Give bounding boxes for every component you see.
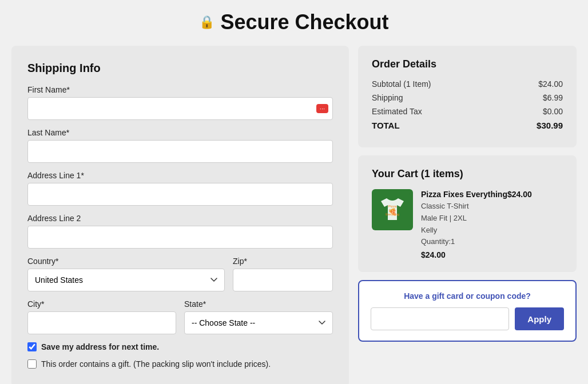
shipping-section-title: Shipping Info <box>27 62 333 75</box>
coupon-card: Have a gift card or coupon code? Apply <box>358 280 577 342</box>
item-quantity: Quantity:1 <box>421 236 563 248</box>
page-header: 🔒 Secure Checkout <box>0 0 588 46</box>
address-line2-group: Address Line 2 <box>27 214 333 249</box>
last-name-label: Last Name* <box>27 128 333 137</box>
shipping-value: $6.99 <box>543 93 563 102</box>
right-panel: Order Details Subtotal (1 Item) $24.00 S… <box>358 46 577 384</box>
total-line: TOTAL $30.99 <box>372 121 563 130</box>
item-meta: Classic T-Shirt Male Fit | 2XL Kelly Qua… <box>421 201 563 248</box>
zip-input[interactable] <box>233 269 333 291</box>
gift-order-checkbox[interactable] <box>27 359 37 369</box>
address-line1-input[interactable] <box>27 183 333 206</box>
first-name-input[interactable] <box>27 97 333 120</box>
svg-text:Fixes: Fixes <box>389 209 396 212</box>
coupon-row: Apply <box>371 307 564 330</box>
apply-button[interactable]: Apply <box>515 307 564 330</box>
country-zip-row: Country* United States Canada United Kin… <box>27 257 333 291</box>
order-details-card: Order Details Subtotal (1 Item) $24.00 S… <box>358 46 577 147</box>
svg-text:Pizza: Pizza <box>388 205 397 208</box>
cart-title: Your Cart (1 items) <box>372 168 563 180</box>
cart-card: Your Cart (1 items) 🍕 Pizza Fixes Everyt… <box>358 155 577 272</box>
coupon-title: Have a gift card or coupon code? <box>371 291 564 301</box>
state-select[interactable]: -- Choose State -- AlabamaAlaskaArizona … <box>184 311 333 334</box>
subtotal-value: $24.00 <box>538 79 563 89</box>
city-group: City* <box>27 299 176 334</box>
cart-item-details: Pizza Fixes Everything$24.00 Classic T-S… <box>421 189 563 259</box>
total-label: TOTAL <box>372 121 400 130</box>
zip-label: Zip* <box>233 257 333 266</box>
item-price-inline: $24.00 <box>507 190 532 199</box>
first-name-group: First Name* ··· <box>27 85 333 120</box>
city-input[interactable] <box>27 311 176 334</box>
total-value: $30.99 <box>537 121 563 130</box>
tax-label: Estimated Tax <box>372 107 422 116</box>
item-color: Kelly <box>421 225 563 237</box>
country-label: Country* <box>27 257 225 266</box>
city-state-row: City* State* -- Choose State -- AlabamaA… <box>27 299 333 334</box>
shipping-info-panel: Shipping Info First Name* ··· Last Name*… <box>11 46 349 384</box>
state-group: State* -- Choose State -- AlabamaAlaskaA… <box>184 299 333 334</box>
gift-order-row: This order contains a gift. (The packing… <box>27 359 333 369</box>
gift-order-label[interactable]: This order contains a gift. (The packing… <box>41 359 271 369</box>
cart-item-image: 🍕 Pizza Fixes Everything <box>372 189 413 230</box>
item-name: Pizza Fixes Everything <box>421 190 507 199</box>
tax-line: Estimated Tax $0.00 <box>372 107 563 116</box>
save-address-row: Save my address for next time. <box>27 342 333 351</box>
city-label: City* <box>27 299 176 309</box>
subtotal-line: Subtotal (1 Item) $24.00 <box>372 79 563 89</box>
shipping-label: Shipping <box>372 93 403 102</box>
address-line1-label: Address Line 1* <box>27 171 333 180</box>
cart-item: 🍕 Pizza Fixes Everything Pizza Fixes Eve… <box>372 189 563 259</box>
country-group: Country* United States Canada United Kin… <box>27 257 225 291</box>
tax-value: $0.00 <box>543 107 563 116</box>
last-name-group: Last Name* <box>27 128 333 163</box>
zip-group: Zip* <box>233 257 333 291</box>
last-name-input[interactable] <box>27 140 333 163</box>
address-line2-input[interactable] <box>27 226 333 249</box>
autofill-badge: ··· <box>316 104 328 113</box>
state-label: State* <box>184 299 333 309</box>
lock-icon: 🔒 <box>199 15 214 30</box>
coupon-input[interactable] <box>371 307 509 330</box>
svg-text:Everything: Everything <box>386 213 399 216</box>
first-name-label: First Name* <box>27 85 333 94</box>
first-name-wrapper: ··· <box>27 97 333 120</box>
shipping-line: Shipping $6.99 <box>372 93 563 102</box>
country-select[interactable]: United States Canada United Kingdom Aust… <box>27 269 225 291</box>
save-address-checkbox[interactable] <box>27 342 37 351</box>
address-line2-label: Address Line 2 <box>27 214 333 223</box>
order-details-title: Order Details <box>372 58 563 70</box>
item-total: $24.00 <box>421 250 563 259</box>
save-address-label[interactable]: Save my address for next time. <box>41 342 159 351</box>
page-title: Secure Checkout <box>220 10 388 34</box>
item-fit: Male Fit | 2XL <box>421 213 563 225</box>
address-line1-group: Address Line 1* <box>27 171 333 206</box>
subtotal-label: Subtotal (1 Item) <box>372 79 431 89</box>
item-style: Classic T-Shirt <box>421 201 563 213</box>
